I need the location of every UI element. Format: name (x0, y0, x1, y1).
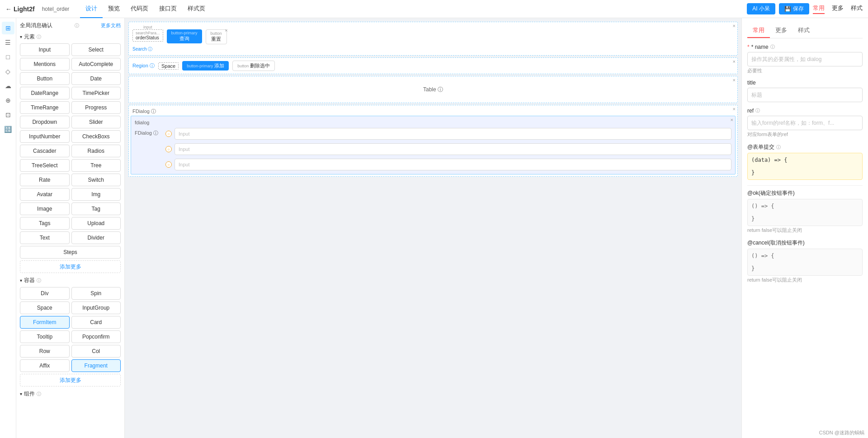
fdialog-content: FDialog ⓘ ○ Input ○ Input (135, 128, 731, 170)
add-more-containers-button[interactable]: 添加更多 (20, 374, 121, 386)
search-query-button[interactable]: button-primary 查询 (167, 29, 202, 43)
fdialog-outer-close-icon[interactable]: × (733, 106, 736, 112)
table-close-icon[interactable]: × (733, 77, 736, 83)
container-affix[interactable]: Affix (20, 359, 70, 372)
add-more-elements-button[interactable]: 添加更多 (20, 260, 121, 273)
right-tab-more[interactable]: 更多 (770, 24, 793, 38)
right-tab-more[interactable]: 更多 (832, 4, 844, 14)
required-sublabel: 必要性 (747, 67, 863, 74)
element-text[interactable]: Text (20, 231, 70, 244)
nav-preview[interactable]: 预览 (103, 0, 125, 18)
save-button[interactable]: 💾 保存 (779, 3, 809, 14)
sidebar-icon-grid[interactable]: ⊞ (2, 22, 14, 34)
right-tab-style[interactable]: 样式 (793, 24, 815, 38)
nav-design[interactable]: 设计 (80, 0, 103, 18)
fdialog-inner[interactable]: × fdialog FDialog ⓘ ○ Input (131, 116, 736, 174)
cancel-code-block[interactable]: () => { } (747, 249, 863, 276)
ok-code-block[interactable]: () => { } (747, 199, 863, 226)
element-treeselect[interactable]: TreeSelect (20, 159, 70, 172)
submit-code-block[interactable]: (data) => { } (747, 153, 863, 180)
element-date[interactable]: Date (71, 72, 121, 85)
element-slider[interactable]: Slider (71, 116, 121, 128)
element-divider[interactable]: Divider (71, 231, 121, 244)
container-tooltip[interactable]: Tooltip (20, 330, 70, 343)
name-input[interactable] (747, 52, 863, 66)
ai-button[interactable]: AI 小呆 (747, 3, 775, 14)
element-button[interactable]: Button (20, 72, 70, 85)
sidebar-icon-text[interactable]: 🔠 (2, 123, 14, 136)
component-section-header[interactable]: ▾ 组件 ⓘ (20, 390, 121, 398)
sidebar-icon-list[interactable]: ☰ (2, 36, 14, 49)
search-close-icon[interactable]: × (733, 23, 736, 28)
element-timepicker[interactable]: TimePicker (71, 87, 121, 99)
container-formitem[interactable]: FormItem (20, 316, 70, 329)
element-cascader[interactable]: Cascader (20, 145, 70, 157)
element-steps[interactable]: Steps (20, 246, 121, 259)
delete-selected-button[interactable]: button 删除选中 (232, 61, 275, 71)
element-inputnumber[interactable]: InputNumber (20, 130, 70, 143)
container-info-icon: ⓘ (37, 278, 41, 284)
right-tab-common[interactable]: 常用 (747, 24, 770, 38)
search-label: Search ⓘ (132, 46, 734, 52)
more-docs-link[interactable]: 更多文档 (101, 22, 121, 29)
element-autocomplete[interactable]: AutoComplete (71, 58, 121, 71)
fdialog-row3-input[interactable]: Input (175, 159, 731, 170)
sidebar-icon-layers[interactable]: □ (2, 51, 14, 63)
action-close-icon[interactable]: × (733, 59, 736, 64)
add-button[interactable]: button-primary 添加 (182, 61, 229, 71)
element-rate[interactable]: Rate (20, 174, 70, 186)
container-row[interactable]: Row (20, 345, 70, 358)
sidebar-icon-code[interactable]: ⊡ (2, 108, 14, 121)
element-upload[interactable]: Upload (71, 217, 121, 230)
required-star: * (747, 44, 750, 50)
elements-section-header[interactable]: ▾ 元素 ⓘ (20, 33, 121, 41)
container-inputgroup[interactable]: InputGroup (71, 301, 121, 314)
element-timerange[interactable]: TimeRange (20, 101, 70, 114)
element-daterange[interactable]: DateRange (20, 87, 70, 99)
reset-close-icon[interactable]: × (225, 28, 227, 33)
container-popconfirm[interactable]: Popconfirm (71, 330, 121, 343)
sidebar-icon-diamond[interactable]: ◇ (2, 65, 14, 78)
nav-api[interactable]: 接口页 (154, 0, 182, 18)
right-tab-style[interactable]: 样式 (851, 4, 863, 14)
element-checkboxs[interactable]: CheckBoxs (71, 130, 121, 143)
sidebar-icon-cloud[interactable]: ☁ (2, 80, 14, 92)
fdialog-outer[interactable]: × FDialog ⓘ × fdialog FDialog ⓘ ○ Input (128, 105, 738, 177)
element-radios[interactable]: Radios (71, 145, 121, 157)
container-spin[interactable]: Spin (71, 287, 121, 300)
element-progress[interactable]: Progress (71, 101, 121, 114)
element-input[interactable]: Input (20, 43, 70, 56)
element-img[interactable]: Img (71, 188, 121, 201)
fdialog-row1-input[interactable]: Input (175, 128, 731, 140)
ref-input[interactable] (747, 116, 863, 130)
container-div[interactable]: Div (20, 287, 70, 300)
container-fragment[interactable]: Fragment (71, 359, 121, 372)
element-switch[interactable]: Switch (71, 174, 121, 186)
table-region[interactable]: × Table ⓘ (128, 76, 738, 103)
element-tag[interactable]: Tag (71, 203, 121, 215)
canvas-area: × input searchPara... orderStatus button… (125, 18, 741, 438)
element-dropdown[interactable]: Dropdown (20, 116, 70, 128)
nav-code[interactable]: 代码页 (125, 0, 154, 18)
element-tags[interactable]: Tags (20, 217, 70, 230)
element-mentions[interactable]: Mentions (20, 58, 70, 71)
sidebar-icon-plus[interactable]: ⊕ (2, 94, 14, 107)
fdialog-row2-input[interactable]: Input (175, 143, 731, 155)
container-col[interactable]: Col (71, 345, 121, 358)
fdialog-inner-close-icon[interactable]: × (731, 117, 733, 122)
search-reset-button[interactable]: button 重置 (206, 29, 227, 44)
title-input[interactable] (747, 88, 863, 102)
container-space[interactable]: Space (20, 301, 70, 314)
back-icon[interactable]: ← (5, 5, 12, 13)
search-region[interactable]: × input searchPara... orderStatus button… (128, 22, 738, 56)
element-avatar[interactable]: Avatar (20, 188, 70, 201)
element-select[interactable]: Select (71, 43, 121, 56)
right-tab-common[interactable]: 常用 (813, 4, 825, 14)
element-tree[interactable]: Tree (71, 159, 121, 172)
nav-style[interactable]: 样式页 (182, 0, 211, 18)
left-panel: 全局消息确认 ⓘ 更多文档 ▾ 元素 ⓘ Input Select Mentio… (16, 18, 125, 438)
action-region[interactable]: × Region ⓘ Space button-primary 添加 butto… (128, 57, 738, 74)
container-card[interactable]: Card (71, 316, 121, 329)
element-image[interactable]: Image (20, 203, 70, 215)
container-section-header[interactable]: ▾ 容器 ⓘ (20, 277, 121, 284)
